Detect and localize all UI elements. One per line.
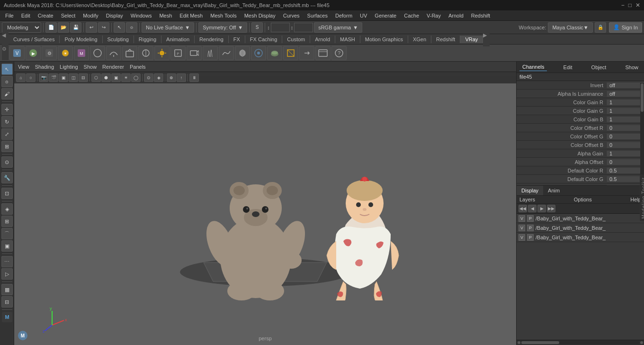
menu-deform[interactable]: Deform xyxy=(332,12,356,19)
value1-field[interactable]: 0.00 xyxy=(271,23,290,32)
attr-invert-value[interactable]: off xyxy=(606,82,644,88)
show-tab[interactable]: Show xyxy=(622,64,641,71)
attr-cgb-value[interactable]: 1 xyxy=(606,117,644,122)
symmetry-btn[interactable]: Symmetry: Off ▼ xyxy=(198,22,247,33)
shelf-tab-mash[interactable]: MASH xyxy=(335,36,360,43)
vp-home-btn[interactable]: ⌂ xyxy=(16,73,26,82)
layer-prev-btn[interactable]: ◀◀ xyxy=(519,205,527,212)
layer-3-visible-btn[interactable]: V xyxy=(519,234,525,241)
shelf-icon-21[interactable]: ? xyxy=(331,46,347,60)
shelf-icon-6[interactable] xyxy=(90,46,105,60)
attr-alpha-lum-value[interactable]: off xyxy=(606,91,644,97)
display-tab[interactable]: Display xyxy=(517,186,543,195)
save-scene-btn[interactable]: 💾 xyxy=(70,22,81,33)
open-scene-btn[interactable]: 📂 xyxy=(58,22,69,33)
shelf-icon-4[interactable]: ☀ xyxy=(58,46,73,60)
shelf-tab-fx-caching[interactable]: FX Caching xyxy=(245,36,282,43)
menu-cache[interactable]: Cache xyxy=(401,12,422,19)
menu-generate[interactable]: Generate xyxy=(371,12,400,19)
select-tool-btn[interactable]: ↖ xyxy=(1,64,13,75)
layer-forward-btn[interactable]: ▶ xyxy=(537,205,546,212)
layers-menu-layers[interactable]: Layers xyxy=(519,197,535,202)
vp-pause-btn[interactable]: ⏸ xyxy=(189,73,199,82)
attr-cgg-value[interactable]: 1 xyxy=(606,108,644,114)
menu-edit-mesh[interactable]: Edit Mesh xyxy=(176,12,206,19)
model-display[interactable] xyxy=(14,76,516,345)
shelf-icon-13[interactable] xyxy=(203,46,218,60)
attr-dcr-value[interactable]: 0.5 xyxy=(606,168,644,173)
vp-menu-renderer[interactable]: Renderer xyxy=(102,64,124,70)
attr-ao-value[interactable]: 0 xyxy=(606,159,644,165)
shelf-icon-18[interactable] xyxy=(283,46,298,60)
shelf-tab-rendering[interactable]: Rendering xyxy=(195,36,229,43)
anim-tab[interactable]: Anim xyxy=(543,186,564,195)
menu-mesh-display[interactable]: Mesh Display xyxy=(241,12,279,19)
select-btn[interactable]: ↖ xyxy=(114,22,125,33)
menu-uv[interactable]: UV xyxy=(357,12,370,19)
attr-cob-value[interactable]: 0 xyxy=(606,142,644,148)
menu-select[interactable]: Select xyxy=(58,12,79,19)
attr-dcg-value[interactable]: 0.5 xyxy=(606,176,644,182)
mode-dropdown[interactable]: Modeling Rigging Animation xyxy=(2,22,41,33)
shelf-tab-rigging[interactable]: Rigging xyxy=(134,36,161,43)
shelf-icon-16[interactable] xyxy=(251,46,266,60)
vp-nrm-btn[interactable]: ↑ xyxy=(177,73,186,82)
lock-workspace-btn[interactable]: 🔒 xyxy=(595,22,606,33)
layer-2-playback-btn[interactable]: P xyxy=(527,225,534,231)
shelf-tab-poly-modeling[interactable]: Poly Modeling xyxy=(60,36,102,43)
shelf-tab-vray[interactable]: VRay xyxy=(460,36,483,43)
maximize-button[interactable]: □ xyxy=(628,2,632,9)
last-tool-btn[interactable]: ⊡ xyxy=(1,188,13,199)
menu-curves[interactable]: Curves xyxy=(280,12,303,19)
shelf-tab-xgen[interactable]: XGen xyxy=(408,36,431,43)
shelf-icon-14[interactable] xyxy=(219,46,234,60)
attr-cgr-value[interactable]: 1 xyxy=(606,100,644,105)
soft-select-tool-btn[interactable]: ⊙ xyxy=(1,156,13,168)
snap-grid-btn[interactable]: ⊞ xyxy=(1,216,13,227)
new-scene-btn[interactable]: 📄 xyxy=(45,22,57,33)
vp-cam-btn[interactable]: 📷 xyxy=(39,73,48,82)
transform-constraint-btn[interactable]: ⊟ xyxy=(1,296,13,308)
selection-mask-btn[interactable]: ▦ xyxy=(1,284,13,295)
shelf-icon-1[interactable]: V xyxy=(9,46,25,60)
channels-tab[interactable]: Channels xyxy=(519,63,547,71)
workspace-dropdown[interactable]: Maya Classic ▼ xyxy=(548,22,592,33)
lasso-btn[interactable]: ⌾ xyxy=(126,22,137,33)
shelf-tab-fx[interactable]: FX xyxy=(229,36,245,43)
vp-obj-btn[interactable]: ○ xyxy=(26,73,36,82)
layer-scrollbar-track[interactable] xyxy=(521,341,639,344)
vp-isolate-btn[interactable]: ⊙ xyxy=(144,73,153,82)
render-btn[interactable]: ▷ xyxy=(1,268,13,280)
scale-btn[interactable]: ⤢ xyxy=(1,128,13,140)
rotate-btn[interactable]: ↻ xyxy=(1,116,13,127)
menu-mesh[interactable]: Mesh xyxy=(156,12,175,19)
vp-wire-btn[interactable]: ⬡ xyxy=(91,73,101,82)
shelf-settings-btn[interactable]: ⚙ xyxy=(2,46,9,60)
shelf-tab-motion-graphics[interactable]: Motion Graphics xyxy=(360,36,408,43)
undo-btn[interactable]: ↩ xyxy=(86,22,97,33)
shelf-icon-15[interactable] xyxy=(235,46,250,60)
snap-pts-btn[interactable]: ◈ xyxy=(1,203,13,215)
vp-menu-lighting[interactable]: Lighting xyxy=(60,64,78,70)
menu-surfaces[interactable]: Surfaces xyxy=(304,12,331,19)
shelf-icon-5[interactable]: M xyxy=(74,46,89,60)
sign-in-btn[interactable]: 👤 Sign In xyxy=(609,22,642,33)
shelf-tab-animation[interactable]: Animation xyxy=(161,36,195,43)
lasso-tool-btn[interactable]: ⌾ xyxy=(1,76,13,87)
shelf-icon-10[interactable] xyxy=(154,46,170,60)
attr-cog-value[interactable]: 0 xyxy=(606,134,644,139)
shelf-right-arrow[interactable]: ▶ xyxy=(483,32,490,46)
vp-texture-btn[interactable]: ▣ xyxy=(111,73,121,82)
shelf-icon-9[interactable] xyxy=(138,46,153,60)
menu-edit[interactable]: Edit xyxy=(18,12,34,19)
close-button[interactable]: ✕ xyxy=(635,2,640,9)
shelf-icon-19[interactable] xyxy=(299,46,314,60)
attr-cor-value[interactable]: 0 xyxy=(606,125,644,131)
move-btn[interactable]: ✛ xyxy=(1,104,13,115)
vp-menu-view[interactable]: View xyxy=(18,64,29,70)
vp-menu-panels[interactable]: Panels xyxy=(130,64,146,70)
layer-1-playback-btn[interactable]: P xyxy=(527,215,534,222)
shelf-icon-7[interactable] xyxy=(106,46,121,60)
redo-btn[interactable]: ↪ xyxy=(98,22,109,33)
vp-menu-shading[interactable]: Shading xyxy=(35,64,54,70)
